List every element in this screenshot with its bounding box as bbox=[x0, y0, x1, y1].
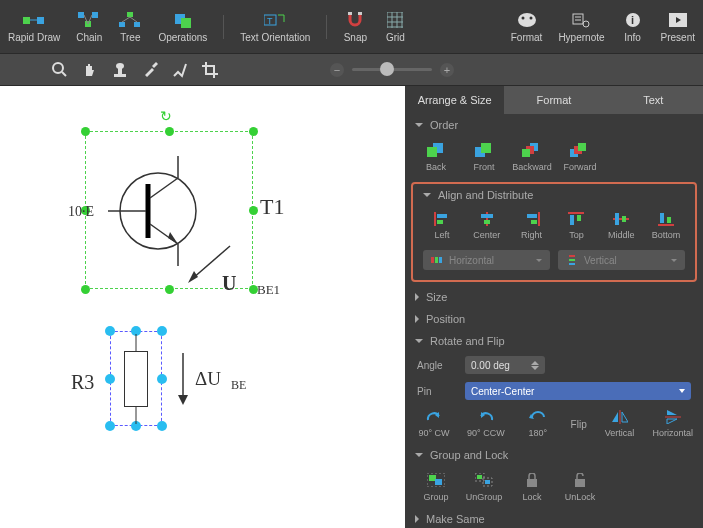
eyedropper-icon[interactable] bbox=[140, 60, 160, 80]
section-order[interactable]: Order bbox=[405, 114, 703, 136]
canvas-toolbar: − + bbox=[0, 54, 703, 86]
align-right-button[interactable]: Right bbox=[513, 212, 551, 240]
rotate-90cw-button[interactable]: 90° CW bbox=[415, 410, 453, 438]
order-backward-button[interactable]: Backward bbox=[511, 142, 553, 172]
align-middle-button[interactable]: Middle bbox=[602, 212, 640, 240]
zoom-thumb[interactable] bbox=[380, 62, 394, 76]
svg-rect-56 bbox=[437, 214, 447, 218]
svg-rect-8 bbox=[127, 12, 133, 17]
flip-horizontal-button[interactable]: Horizontal bbox=[652, 410, 693, 438]
selection-handle[interactable] bbox=[157, 374, 167, 384]
align-left-button[interactable]: Left bbox=[423, 212, 461, 240]
lock-button[interactable]: Lock bbox=[511, 472, 553, 502]
distribute-horizontal-select[interactable]: Horizontal bbox=[423, 250, 550, 270]
text-orientation-button[interactable]: T Text Orientation bbox=[240, 11, 310, 43]
selection-handle[interactable] bbox=[249, 127, 258, 136]
angle-input[interactable]: 0.00 deg bbox=[465, 356, 545, 374]
zoom-track[interactable] bbox=[352, 68, 432, 71]
svg-text:T: T bbox=[267, 16, 273, 26]
canvas-label-10E: 10·E bbox=[68, 204, 94, 220]
crop-icon[interactable] bbox=[200, 60, 220, 80]
svg-line-30 bbox=[62, 72, 66, 76]
selection-handle[interactable] bbox=[81, 127, 90, 136]
align-bottom-button[interactable]: Bottom bbox=[647, 212, 685, 240]
svg-rect-69 bbox=[622, 216, 626, 222]
svg-rect-48 bbox=[481, 143, 491, 153]
svg-rect-4 bbox=[92, 12, 98, 18]
selection-handle[interactable] bbox=[165, 285, 174, 294]
section-position[interactable]: Position bbox=[405, 308, 703, 330]
selection-handle[interactable] bbox=[249, 206, 258, 215]
order-back-button[interactable]: Back bbox=[415, 142, 457, 172]
snap-button[interactable]: Snap bbox=[343, 11, 367, 43]
rotate-90ccw-button[interactable]: 90° CCW bbox=[467, 410, 505, 438]
canvas-label-BE: BE bbox=[231, 378, 246, 393]
selection-handle[interactable] bbox=[165, 127, 174, 136]
tab-text[interactable]: Text bbox=[604, 86, 703, 114]
align-top-button[interactable]: Top bbox=[557, 212, 595, 240]
chain-button[interactable]: Chain bbox=[76, 11, 102, 43]
zoom-slider[interactable]: − + bbox=[330, 63, 454, 77]
search-icon[interactable] bbox=[50, 60, 70, 80]
section-size[interactable]: Size bbox=[405, 286, 703, 308]
svg-rect-31 bbox=[114, 74, 126, 77]
svg-rect-65 bbox=[570, 215, 574, 225]
rotate-180-button[interactable]: 180° bbox=[519, 410, 557, 438]
selection-handle[interactable] bbox=[157, 421, 167, 431]
selection-handle[interactable] bbox=[81, 285, 90, 294]
group-button[interactable]: Group bbox=[415, 472, 457, 502]
unlock-button[interactable]: UnLock bbox=[559, 472, 601, 502]
svg-point-29 bbox=[53, 63, 63, 73]
hand-icon[interactable] bbox=[80, 60, 100, 80]
selection-handle[interactable] bbox=[105, 421, 115, 431]
section-makesame[interactable]: Make Same bbox=[405, 508, 703, 528]
svg-rect-57 bbox=[437, 220, 443, 224]
svg-rect-76 bbox=[569, 255, 575, 257]
flip-label: Flip bbox=[571, 419, 587, 430]
zoom-in-button[interactable]: + bbox=[440, 63, 454, 77]
section-align[interactable]: Align and Distribute bbox=[413, 184, 695, 206]
section-group[interactable]: Group and Lock bbox=[405, 444, 703, 466]
present-button[interactable]: Present bbox=[661, 11, 695, 43]
zoom-out-button[interactable]: − bbox=[330, 63, 344, 77]
hypernote-button[interactable]: Hypernote bbox=[558, 11, 604, 43]
svg-rect-14 bbox=[181, 18, 191, 28]
svg-point-19 bbox=[518, 13, 536, 27]
ungroup-button[interactable]: UnGroup bbox=[463, 472, 505, 502]
svg-point-25 bbox=[583, 21, 589, 27]
align-center-button[interactable]: Center bbox=[468, 212, 506, 240]
svg-rect-71 bbox=[660, 213, 664, 223]
operations-button[interactable]: Operations bbox=[158, 11, 207, 43]
pin-select[interactable]: Center-Center bbox=[465, 382, 691, 400]
svg-rect-1 bbox=[37, 17, 44, 24]
canvas-label-R3: R3 bbox=[71, 371, 94, 394]
flip-vertical-button[interactable]: Vertical bbox=[601, 410, 639, 438]
distribute-vertical-select[interactable]: Vertical bbox=[558, 250, 685, 270]
format-button[interactable]: Format bbox=[511, 11, 543, 43]
svg-rect-22 bbox=[573, 14, 583, 24]
svg-rect-54 bbox=[578, 143, 586, 151]
svg-rect-17 bbox=[348, 12, 352, 15]
svg-point-33 bbox=[116, 63, 124, 69]
info-button[interactable]: i Info bbox=[621, 11, 645, 43]
rapid-draw-button[interactable]: Rapid Draw bbox=[8, 11, 60, 43]
svg-line-11 bbox=[122, 17, 130, 22]
arrow bbox=[173, 351, 193, 407]
tree-button[interactable]: Tree bbox=[118, 11, 142, 43]
grid-button[interactable]: Grid bbox=[383, 11, 407, 43]
reload-icon[interactable]: ↻ bbox=[160, 108, 172, 124]
canvas[interactable]: ↻ 10·E T1 U BE1 bbox=[0, 86, 405, 528]
order-forward-button[interactable]: Forward bbox=[559, 142, 601, 172]
section-rotate[interactable]: Rotate and Flip bbox=[405, 330, 703, 352]
chain-icon bbox=[77, 11, 101, 29]
stamp-icon[interactable] bbox=[110, 60, 130, 80]
selection-handle[interactable] bbox=[157, 326, 167, 336]
selection-handle[interactable] bbox=[105, 326, 115, 336]
selection-handle[interactable] bbox=[105, 374, 115, 384]
tab-format[interactable]: Format bbox=[504, 86, 603, 114]
present-icon bbox=[666, 11, 690, 29]
order-front-button[interactable]: Front bbox=[463, 142, 505, 172]
brush-icon[interactable] bbox=[170, 60, 190, 80]
svg-rect-10 bbox=[134, 22, 140, 27]
tab-arrange[interactable]: Arrange & Size bbox=[405, 86, 504, 114]
